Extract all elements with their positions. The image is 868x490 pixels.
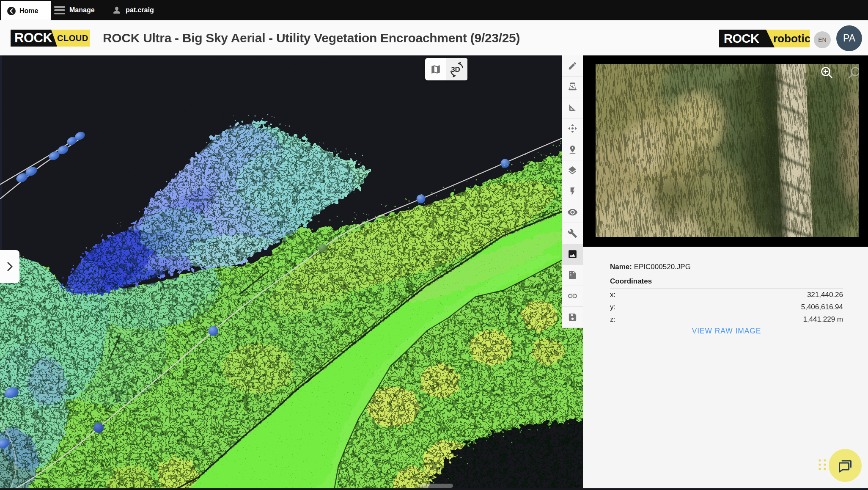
svg-text:3D: 3D	[451, 66, 460, 74]
